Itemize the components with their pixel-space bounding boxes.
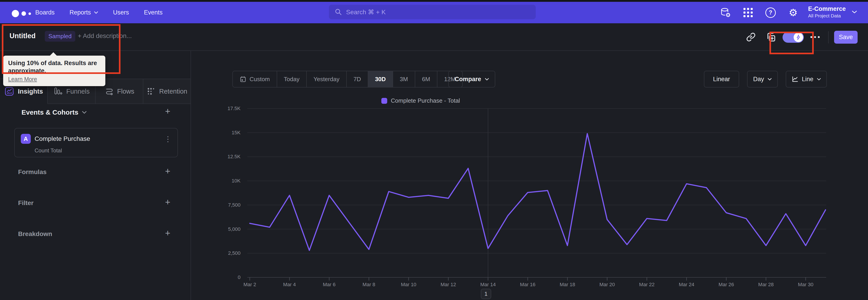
granularity-dropdown[interactable]: Day	[747, 71, 778, 88]
x-axis-tick-label: Mar 16	[512, 282, 544, 288]
chevron-down-icon	[768, 78, 772, 81]
retention-icon	[147, 87, 156, 96]
data-management-icon[interactable]	[720, 7, 731, 18]
funnels-icon	[53, 87, 63, 96]
x-axis-tick-label: Mar 18	[552, 282, 583, 288]
legend-label: Complete Purchase - Total	[391, 97, 460, 104]
x-axis-tick-label: Mar 22	[631, 282, 663, 288]
learn-more-link[interactable]: Learn More	[8, 76, 37, 83]
event-metric[interactable]: Count Total	[35, 147, 62, 154]
y-axis-tick-label: 7,500	[197, 202, 241, 208]
event-kebab-menu-icon[interactable]: ⋮	[164, 135, 172, 143]
x-axis-tick-label: Mar 2	[234, 282, 266, 288]
x-axis-tick-label: Mar 14	[472, 282, 504, 288]
window-top-strip	[0, 0, 868, 2]
add-formula-button[interactable]: +	[162, 166, 173, 177]
tab-retention[interactable]: Retention	[143, 79, 191, 104]
flows-icon	[104, 87, 114, 96]
date-range-selector: Custom Today Yesterday 7D 30D 3M 6M 12M	[232, 71, 463, 88]
nav-item-reports[interactable]: Reports	[70, 9, 98, 16]
project-name: E-Commerce	[808, 5, 846, 13]
chevron-down-icon	[94, 11, 98, 14]
x-axis-tick-label: Mar 28	[750, 282, 782, 288]
y-axis-tick-label: 5,000	[197, 226, 241, 232]
x-axis-tick-label: Mar 30	[790, 282, 822, 288]
copy-link-icon[interactable]	[745, 32, 756, 42]
legend-swatch	[381, 98, 387, 104]
range-7d[interactable]: 7D	[347, 71, 368, 87]
search-icon	[335, 8, 342, 16]
chevron-down-icon	[485, 78, 489, 81]
event-letter-badge: A	[21, 134, 31, 144]
y-axis-tick-label: 17.5K	[197, 106, 241, 112]
top-navigation-bar: Boards Reports Users Events Search ⌘ + K…	[0, 2, 868, 23]
compare-dropdown[interactable]: Compare	[448, 71, 495, 88]
chart-legend-item[interactable]: Complete Purchase - Total	[381, 97, 460, 104]
app-window: Boards Reports Users Events Search ⌘ + K…	[0, 0, 868, 300]
calendar-icon	[240, 76, 246, 83]
x-axis-tick-label: Mar 24	[671, 282, 702, 288]
project-chevron-down-icon	[852, 10, 857, 13]
settings-gear-icon[interactable]: ⚙	[788, 7, 799, 18]
project-scope: All Project Data	[808, 13, 846, 19]
series-line-complete-purchase	[250, 133, 826, 250]
x-axis-tick-label: Mar 20	[591, 282, 623, 288]
x-axis-tick-label: Mar 10	[393, 282, 425, 288]
insights-icon	[4, 86, 14, 96]
header-divider	[828, 31, 829, 43]
y-axis-tick-label: 15K	[197, 130, 241, 136]
x-axis-tick-label: Mar 26	[710, 282, 742, 288]
breakdown-label: Breakdown	[18, 230, 52, 238]
formulas-label: Formulas	[18, 169, 46, 176]
search-input[interactable]: Search ⌘ + K	[329, 5, 536, 19]
range-6m[interactable]: 6M	[415, 71, 437, 87]
help-icon[interactable]: ?	[765, 7, 776, 18]
annotation-box-title	[2, 24, 121, 74]
y-axis-tick-label: 10K	[197, 178, 241, 184]
project-switcher[interactable]: E-Commerce All Project Data	[808, 5, 846, 19]
pagination-page-1[interactable]: 1	[481, 289, 491, 299]
event-name: Complete Purchase	[35, 135, 90, 143]
x-axis-tick-label: Mar 6	[313, 282, 345, 288]
add-event-button[interactable]: +	[162, 106, 173, 117]
x-axis-tick-label: Mar 8	[353, 282, 385, 288]
event-card[interactable]: A Complete Purchase ⋮ Count Total	[14, 128, 178, 157]
events-cohorts-heading[interactable]: Events & Cohorts	[22, 109, 87, 116]
add-filter-button[interactable]: +	[162, 197, 173, 208]
range-custom[interactable]: Custom	[233, 71, 277, 87]
chevron-down-icon	[817, 78, 821, 81]
line-chart-canvas[interactable]	[247, 108, 826, 282]
search-placeholder: Search ⌘ + K	[346, 8, 385, 16]
filter-label: Filter	[18, 200, 33, 207]
mixpanel-logo-icon[interactable]	[12, 10, 31, 17]
add-breakdown-button[interactable]: +	[162, 228, 173, 239]
nav-item-boards[interactable]: Boards	[35, 9, 55, 16]
range-yesterday[interactable]: Yesterday	[307, 71, 347, 87]
chart-type-dropdown[interactable]: Line	[786, 71, 827, 88]
range-30d[interactable]: 30D	[368, 71, 393, 87]
line-chart-icon	[792, 76, 798, 83]
nav-item-events[interactable]: Events	[144, 9, 163, 16]
nav-icon-group: ? ⚙	[720, 2, 799, 23]
query-sidebar: Insights Funnels Flows	[0, 51, 191, 300]
y-axis-tick-label: 0	[197, 274, 241, 280]
nav-menu: Boards Reports Users Events	[35, 2, 162, 23]
apps-grid-icon[interactable]	[743, 7, 753, 18]
y-axis-tick-label: 12.5K	[197, 154, 241, 160]
nav-item-users[interactable]: Users	[113, 9, 129, 16]
annotation-box-toggle	[770, 32, 814, 54]
save-button[interactable]: Save	[834, 31, 858, 43]
y-axis-tick-label: 2,500	[197, 250, 241, 256]
x-axis-tick-label: Mar 12	[432, 282, 464, 288]
range-3m[interactable]: 3M	[393, 71, 415, 87]
chevron-down-icon	[82, 111, 87, 114]
scale-dropdown[interactable]: Linear	[704, 71, 739, 88]
report-header-bar: Untitled Sampled + Add description... •	[0, 23, 868, 51]
x-axis-tick-label: Mar 4	[274, 282, 305, 288]
range-today[interactable]: Today	[277, 71, 307, 87]
